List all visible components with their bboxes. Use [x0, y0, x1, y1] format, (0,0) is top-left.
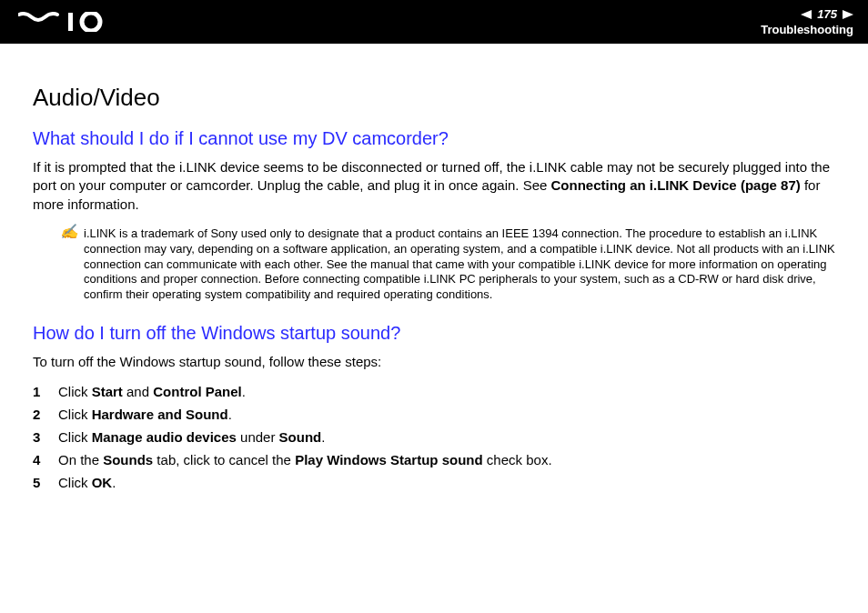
- step-2: Click Hardware and Sound.: [33, 407, 835, 422]
- step-1: Click Start and Control Panel.: [33, 384, 835, 399]
- step-3: Click Manage audio devices under Sound.: [33, 429, 835, 445]
- page-number: 175: [817, 7, 837, 21]
- prev-page-icon[interactable]: [801, 10, 812, 19]
- header-bar: 175 Troubleshooting: [0, 0, 868, 44]
- next-page-icon[interactable]: [843, 10, 853, 19]
- step-4: On the Sounds tab, click to cancel the P…: [33, 452, 835, 467]
- steps-list: Click Start and Control Panel. Click Har…: [33, 384, 835, 490]
- svg-point-1: [82, 13, 100, 31]
- question-2-intro: To turn off the Windows startup sound, f…: [33, 353, 835, 371]
- svg-marker-2: [801, 10, 812, 19]
- page-navigator: 175: [801, 7, 853, 21]
- header-right: 175 Troubleshooting: [761, 7, 853, 36]
- section-name: Troubleshooting: [761, 23, 853, 36]
- step-5: Click OK.: [33, 475, 835, 490]
- question-2-heading: How do I turn off the Windows startup so…: [33, 323, 835, 344]
- note-block: ✍ i.LINK is a trademark of Sony used onl…: [33, 226, 835, 303]
- note-icon: ✍: [60, 225, 78, 239]
- question-1-heading: What should I do if I cannot use my DV c…: [33, 128, 835, 149]
- note-text: i.LINK is a trademark of Sony used only …: [84, 226, 835, 303]
- question-1-paragraph: If it is prompted that the i.LINK device…: [33, 158, 835, 214]
- q1-link-reference[interactable]: Connecting an i.LINK Device (page 87): [551, 177, 801, 193]
- svg-rect-0: [68, 13, 73, 31]
- page-content: Audio/Video What should I do if I cannot…: [0, 44, 868, 516]
- svg-marker-3: [843, 10, 853, 19]
- page-title: Audio/Video: [33, 84, 835, 112]
- vaio-logo: [18, 12, 118, 32]
